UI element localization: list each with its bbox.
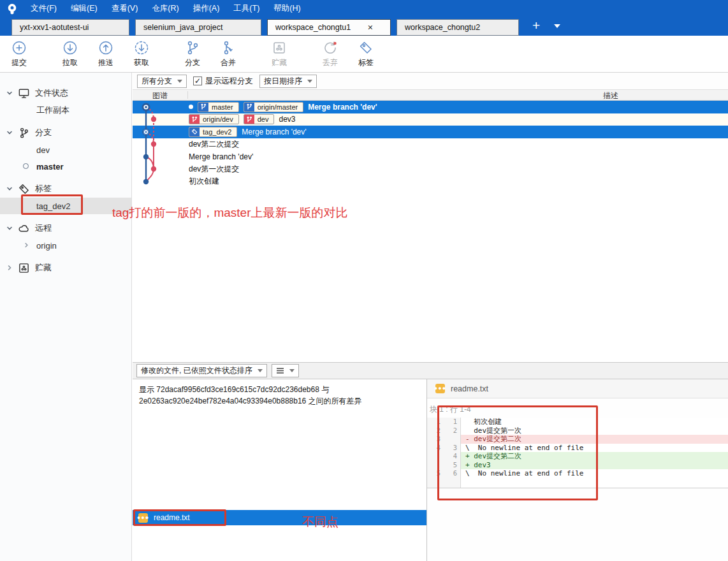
sidebar-section-label: 远程	[35, 222, 52, 234]
sidebar-item-tag_dev2[interactable]: tag_dev2	[0, 198, 131, 214]
new-line-number: 5	[444, 461, 460, 470]
ref-badge-tag_dev2: tag_dev2	[189, 127, 237, 137]
sidebar-section-header-标签[interactable]: 标签	[0, 180, 131, 198]
file-view-menu-dropdown[interactable]	[272, 364, 299, 377]
old-line-number	[427, 461, 444, 470]
chevron-down-icon[interactable]	[6, 90, 13, 96]
repo-tab-yxt-xxv1-aotutest-ui[interactable]: yxt-xxv1-aotutest-ui	[11, 19, 129, 36]
sidebar-section-label: 标签	[35, 183, 52, 194]
toolbar-button-拉取[interactable]: 拉取	[52, 39, 88, 72]
diff-hunk: 11 初次创建22 dev提交第一次3- dev提交第二次43\ No newl…	[427, 418, 728, 488]
toolbar-button-获取[interactable]: 获取	[124, 39, 159, 72]
sidebar-section-header-文件状态[interactable]: 文件状态	[0, 84, 131, 102]
sidebar-item-master[interactable]: master	[0, 158, 131, 175]
sidebar-item-工作副本[interactable]: 工作副本	[0, 102, 131, 119]
branch-icon	[244, 114, 254, 124]
new-line-number: 3	[444, 444, 460, 453]
branch-filter-dropdown[interactable]: 所有分支	[137, 75, 187, 88]
commit-row[interactable]: dev第一次提交	[133, 163, 728, 176]
branch-filter-bar: 所有分支 ✓ 显示远程分支 按日期排序	[133, 73, 728, 89]
toolbar-button-丢弃[interactable]: 丢弃	[312, 39, 348, 72]
commit-message: Merge branch 'dev'	[308, 103, 377, 112]
diff-line: 22 dev提交第一次	[427, 426, 728, 435]
old-line-number: 5	[427, 469, 444, 478]
menu-item-F[interactable]: 文件(F)	[24, 0, 64, 17]
diff-line: 3- dev提交第二次	[427, 435, 728, 444]
toolbar-button-标签[interactable]: 标签	[348, 39, 384, 72]
file-list-toolbar: 修改的文件, 已依照文件状态排序	[133, 362, 728, 379]
chevron-down-icon[interactable]	[6, 225, 13, 231]
file-sort-dropdown[interactable]: 修改的文件, 已依照文件状态排序	[136, 364, 267, 377]
diff-line-text: + dev提交第二次	[461, 452, 728, 461]
commit-row[interactable]: masterorigin/masterMerge branch 'dev'	[133, 101, 728, 113]
toolbar-button-推送[interactable]: 推送	[88, 39, 124, 72]
chevron-right-icon[interactable]	[24, 242, 29, 248]
diff-line: 56\ No newline at end of file	[427, 469, 728, 478]
menu-item-V[interactable]: 查看(V)	[105, 0, 145, 17]
commit-row[interactable]: Merge branch 'dev'	[133, 150, 728, 163]
tab-label: workspace_chongtu2	[405, 23, 480, 32]
branch-icon	[198, 102, 208, 112]
toolbar-button-分支[interactable]: 分支	[175, 39, 210, 72]
chevron-down-icon[interactable]	[6, 186, 13, 192]
toolbar-button-提交[interactable]: 提交	[1, 39, 37, 72]
menu-item-T[interactable]: 工具(T)	[226, 0, 266, 17]
diff-line-text: \ No newline at end of file	[461, 469, 728, 478]
sidebar-item-origin[interactable]: origin	[0, 237, 131, 254]
tag-icon	[18, 183, 30, 195]
chevron-down-icon	[307, 80, 312, 83]
repo-tab-selenium_java_project[interactable]: selenium_java_project	[135, 19, 261, 36]
repository-tab-bar: yxt-xxv1-aotutest-uiselenium_java_projec…	[0, 17, 728, 36]
tab-list-dropdown-icon[interactable]	[554, 24, 560, 28]
menu-item-R[interactable]: 仓库(R)	[145, 0, 186, 17]
toolbar-button-label: 推送	[88, 57, 124, 68]
chevron-down-icon	[177, 80, 182, 83]
repo-tab-workspace_chongtu1[interactable]: workspace_chongtu1✕	[267, 19, 391, 36]
sidebar-section-header-贮藏[interactable]: 贮藏	[0, 259, 131, 277]
menu-item-E[interactable]: 编辑(E)	[64, 0, 105, 17]
sidebar-section-header-远程[interactable]: 远程	[0, 219, 131, 237]
chevron-right-icon[interactable]	[6, 265, 13, 271]
commit-row[interactable]: origin/devdevdev3	[133, 113, 728, 126]
tab-close-icon[interactable]: ✕	[367, 24, 373, 32]
toolbar-button-合并[interactable]: 合并	[210, 39, 246, 72]
old-line-number: 4	[427, 444, 444, 453]
toolbar-button-label: 丢弃	[312, 57, 348, 68]
show-remote-checkbox[interactable]: ✓	[193, 76, 202, 85]
new-line-number: 2	[444, 426, 460, 435]
sidebar-item-label: 工作副本	[36, 105, 69, 116]
tab-label: workspace_chongtu1	[275, 23, 351, 32]
toolbar-button-贮藏[interactable]: 贮藏	[261, 39, 297, 72]
sidebar-section-label: 分支	[35, 127, 52, 138]
file-row-readme.txt[interactable]: ●●●readme.txt	[133, 510, 426, 525]
toolbar-button-label: 拉取	[52, 57, 88, 68]
toolbar-button-label: 标签	[348, 57, 384, 68]
tab-label: selenium_java_project	[143, 23, 222, 32]
commit-message: Merge branch 'dev'	[189, 152, 253, 161]
commit-row[interactable]: 初次创建	[133, 175, 728, 188]
branch-icon	[184, 40, 201, 56]
sidebar-section-header-分支[interactable]: 分支	[0, 124, 131, 142]
diff-file-name: readme.txt	[451, 384, 488, 393]
sidebar-section-label: 贮藏	[35, 262, 52, 273]
diff-line-text: \ No newline at end of file	[461, 444, 728, 453]
menu-bar: 文件(F)编辑(E)查看(V)仓库(R)操作(A)工具(T)帮助(H)	[0, 0, 728, 17]
sidebar-item-dev[interactable]: dev	[0, 142, 131, 158]
diff-file-header[interactable]: ●●● readme.txt	[427, 379, 728, 398]
commit-row[interactable]: tag_dev2Merge branch 'dev'	[133, 126, 728, 138]
merge-icon	[220, 40, 237, 56]
commit-message: dev第一次提交	[189, 164, 239, 175]
sidebar-section-远程: 远程origin	[0, 219, 131, 254]
show-remote-branches-toggle[interactable]: ✓ 显示远程分支	[193, 76, 253, 87]
sort-order-dropdown[interactable]: 按日期排序	[259, 75, 317, 88]
menu-item-A[interactable]: 操作(A)	[186, 0, 227, 17]
sidebar-item-label: master	[36, 162, 64, 171]
main-toolbar: 提交拉取推送获取分支合并贮藏丢弃标签	[0, 36, 728, 73]
new-tab-button[interactable]: +	[532, 17, 540, 34]
description-column-header: 描述	[579, 91, 643, 101]
menu-item-H[interactable]: 帮助(H)	[266, 0, 307, 17]
chevron-down-icon[interactable]	[6, 129, 13, 136]
repo-tab-workspace_chongtu2[interactable]: workspace_chongtu2	[397, 19, 519, 36]
sidebar-item-label: tag_dev2	[36, 201, 71, 211]
commit-row[interactable]: dev第二次提交	[133, 138, 728, 151]
